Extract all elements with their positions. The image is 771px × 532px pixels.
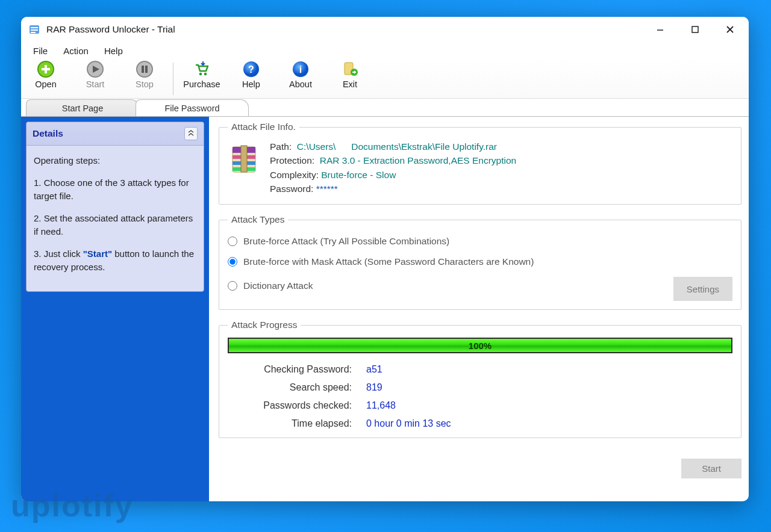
start-button[interactable]: Start [681,459,741,478]
main-area: Attack File Info. Path: C:\Users\ Docume… [209,117,749,501]
radio-brute-force-input[interactable] [228,237,237,246]
details-body: Operating steps: 1. Choose one of the 3 … [27,146,204,291]
elapsed-value: 0 hour 0 min 13 sec [366,418,732,429]
radio-dictionary[interactable]: Dictionary Attack [228,280,313,291]
file-info-group: Attack File Info. Path: C:\Users\ Docume… [219,122,741,205]
tool-help-label: Help [242,79,260,89]
menu-file[interactable]: File [26,45,55,57]
exit-icon [341,60,359,78]
menubar: File Action Help [21,42,749,59]
tool-about[interactable]: i About [276,60,325,89]
tool-about-label: About [289,79,312,89]
tool-purchase[interactable]: Purchase [177,60,226,89]
settings-button[interactable]: Settings [673,277,732,301]
radio-mask[interactable]: Brute-force with Mask Attack (Some Passw… [228,256,732,267]
open-icon [37,60,55,78]
menu-help[interactable]: Help [97,45,130,57]
attack-types-legend: Attack Types [228,214,288,225]
toolbar: Open Start Stop Purchase ? Help i About … [21,59,749,99]
file-info-legend: Attack File Info. [228,122,299,132]
speed-value: 819 [366,382,732,393]
svg-rect-10 [42,68,50,70]
tab-file-password[interactable]: File Password [136,99,249,116]
tool-exit-label: Exit [343,79,357,89]
svg-rect-1 [31,27,38,28]
start-icon [86,60,104,78]
progress-group: Attack Progress 100% Checking Password: … [219,320,741,438]
svg-text:i: i [299,64,302,75]
app-icon [28,23,40,36]
watermark: uplotify [11,487,134,524]
svg-point-17 [204,73,207,76]
svg-rect-15 [145,66,148,73]
progress-legend: Attack Progress [228,320,301,330]
details-panel-header[interactable]: Details [27,122,204,146]
footer-buttons: Start [219,448,741,478]
cart-icon [193,60,211,78]
details-title: Details [33,128,63,139]
close-button[interactable] [713,17,748,42]
minimize-button[interactable] [643,17,678,42]
stop-icon [136,60,154,78]
checking-label: Checking Password: [228,364,366,375]
toolbar-divider [173,63,173,95]
tool-start[interactable]: Start [70,60,120,89]
svg-point-16 [199,73,202,76]
step-2: 2. Set the associated attack parameters … [34,212,196,239]
help-icon: ? [242,60,260,78]
chevron-collapse-icon[interactable] [184,127,198,140]
app-window: RAR Password Unlocker - Trial File Actio… [21,17,749,501]
details-panel: Details Operating steps: 1. Choose one o… [26,122,204,292]
progress-percent: 100% [469,341,492,351]
svg-rect-14 [142,66,144,73]
maximize-button[interactable] [678,17,713,42]
tool-stop[interactable]: Stop [120,60,169,89]
svg-rect-29 [241,146,247,172]
tool-open-label: Open [35,79,56,89]
svg-text:?: ? [248,64,254,75]
titlebar: RAR Password Unlocker - Trial [21,17,749,42]
elapsed-label: Time elapsed: [228,418,366,429]
tool-start-label: Start [86,79,105,89]
window-controls [643,17,748,42]
step-1: 1. Choose one of the 3 attack types for … [34,176,196,203]
tool-stop-label: Stop [136,79,154,89]
steps-heading: Operating steps: [34,154,196,168]
file-info-lines: Path: C:\Users\ Documents\Ekstrak\File U… [270,140,516,196]
progress-bar: 100% [228,338,732,353]
tool-purchase-label: Purchase [183,79,220,89]
progress-stats: Checking Password: a51 Search speed: 819… [228,364,732,429]
speed-label: Search speed: [228,382,366,393]
window-title: RAR Password Unlocker - Trial [46,24,175,35]
radio-mask-input[interactable] [228,257,237,267]
tool-help[interactable]: ? Help [226,60,276,89]
tool-open[interactable]: Open [21,60,70,89]
radio-brute-force[interactable]: Brute-force Attack (Try All Possible Com… [228,236,732,247]
radio-dictionary-input[interactable] [228,281,237,291]
svg-rect-5 [692,26,698,32]
sidebar: Details Operating steps: 1. Choose one o… [21,117,209,501]
attack-types-group: Attack Types Brute-force Attack (Try All… [219,214,741,310]
tool-exit[interactable]: Exit [325,60,375,89]
rar-icon [228,142,260,175]
svg-rect-2 [31,29,38,31]
info-icon: i [292,60,310,78]
checking-value: a51 [366,364,732,375]
tab-start-page[interactable]: Start Page [26,99,139,116]
svg-point-13 [137,61,152,77]
tab-strip: Start Page File Password [21,99,749,117]
step-3: 3. Just click "Start" button to launch t… [34,247,196,274]
checked-value: 11,648 [366,400,732,411]
checked-label: Passwords checked: [228,400,366,411]
svg-rect-3 [31,32,36,33]
menu-action[interactable]: Action [56,45,96,57]
